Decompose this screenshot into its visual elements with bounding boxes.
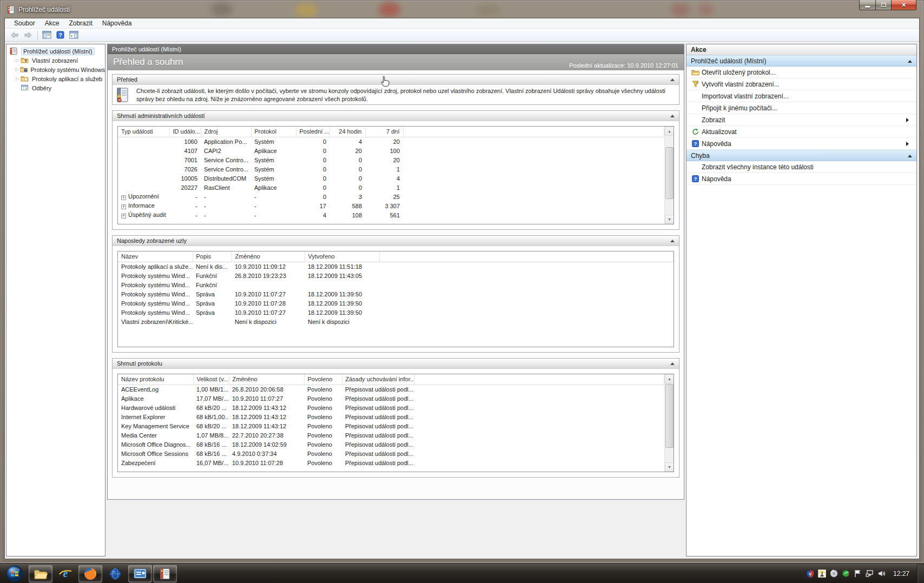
taskbar-remote-viewer-button[interactable]: [128, 565, 152, 582]
column-header[interactable]: Vytvořeno: [305, 251, 379, 262]
column-header[interactable]: Zdroj: [201, 127, 251, 137]
table-row[interactable]: ACEEventLog1,00 MB/1...26.8.2010 20:06:5…: [118, 385, 664, 394]
show-console-tree-button[interactable]: [40, 29, 53, 41]
menu-zobrazit[interactable]: Zobrazit: [64, 19, 97, 28]
updater-tray-icon[interactable]: [840, 568, 852, 580]
column-header[interactable]: Název: [118, 251, 193, 262]
close-button[interactable]: ✕: [892, 0, 916, 10]
table-row[interactable]: Microsoft Office Diagnos...68 kB/16 ...1…: [118, 440, 664, 449]
action-item[interactable]: Importovat vlastní zobrazení...: [687, 90, 916, 102]
expand-box-icon[interactable]: +: [121, 195, 126, 200]
taskbar-ie-button[interactable]: e: [54, 565, 77, 582]
action-group-header[interactable]: Chyba: [687, 150, 916, 161]
overview-section-header[interactable]: Přehled: [113, 75, 679, 85]
column-header[interactable]: 24 hodin: [329, 127, 365, 137]
expand-box-icon[interactable]: +: [121, 204, 126, 209]
taskbar-explorer-button[interactable]: [29, 565, 52, 582]
scroll-down-icon[interactable]: ▼: [665, 215, 674, 224]
log-table-scrollbar[interactable]: ▲ ▼: [664, 374, 674, 472]
action-item[interactable]: Zobrazit: [687, 114, 916, 126]
tree-item-vlastni-zobrazeni[interactable]: ▷ Vlastní zobrazení: [6, 56, 105, 65]
expand-box-icon[interactable]: +: [121, 214, 126, 218]
table-row[interactable]: Protokoly aplikací a služe...Není k dis.…: [118, 262, 674, 271]
disc-tray-icon[interactable]: [828, 568, 840, 580]
tree-item-protokoly-aplikaci[interactable]: ▷ Protokoly aplikací a služeb: [6, 74, 105, 83]
table-row[interactable]: 7001Service Contro...Systém0020: [118, 155, 664, 164]
scroll-down-icon[interactable]: ▼: [665, 462, 674, 472]
action-group-header[interactable]: Prohlížeč událostí (Místní): [687, 55, 916, 67]
help-button[interactable]: ?: [54, 29, 67, 41]
table-row[interactable]: 4107CAPI2Aplikace020100: [118, 146, 664, 155]
column-header[interactable]: Název protokolu: [118, 374, 193, 385]
table-row[interactable]: Protokoly systému Wind...Funkční26.8.201…: [118, 271, 674, 280]
taskbar-clock[interactable]: 12:27: [893, 570, 909, 578]
start-button[interactable]: [4, 565, 25, 583]
titlebar[interactable]: Prohlížeč událostí ✕: [0, 0, 924, 18]
action-item[interactable]: Vytvořit vlastní zobrazení...: [687, 78, 916, 90]
taskbar-firefox-button[interactable]: [78, 565, 102, 582]
table-row[interactable]: Internet Explorer68 kB/1,00...18.12.2009…: [118, 412, 664, 421]
tree-item-odbery[interactable]: Odběry: [6, 83, 105, 92]
column-header[interactable]: 7 dní: [365, 127, 403, 137]
recent-nodes-section-header[interactable]: Naposledy zobrazené uzly: [113, 236, 679, 246]
expander-icon[interactable]: ▷: [14, 58, 21, 63]
expander-icon[interactable]: ▷: [14, 67, 20, 72]
table-row[interactable]: Protokoly systému Wind...Správa10.9.2010…: [118, 289, 674, 299]
action-item[interactable]: ?Nápověda: [687, 138, 916, 150]
table-row[interactable]: +Úspěšný audit---4108561: [118, 210, 664, 220]
expander-icon[interactable]: ▷: [14, 76, 21, 81]
menu-soubor[interactable]: Soubor: [9, 19, 40, 28]
action-item[interactable]: Aktualizovat: [687, 126, 916, 138]
column-header[interactable]: Povoleno: [304, 374, 342, 385]
volume-tray-icon[interactable]: [876, 568, 888, 580]
table-row[interactable]: 7026Service Contro...Systém001: [118, 164, 664, 174]
table-row[interactable]: 10005DistributedCOMSystém004: [118, 174, 664, 183]
table-row[interactable]: Hardwarové události68 kB/20 ...18.12.200…: [118, 403, 664, 412]
action-item[interactable]: Připojit k jinému počítači...: [687, 102, 916, 114]
column-header[interactable]: Popis: [193, 251, 232, 262]
column-header[interactable]: Změněno: [232, 251, 305, 262]
show-desktop-button[interactable]: [917, 564, 924, 583]
table-row[interactable]: Microsoft Office Sessions68 kB/16 ...4.9…: [118, 449, 664, 458]
table-row[interactable]: Media Center1,07 MB/8...22.7.2010 20:27:…: [118, 430, 664, 440]
network-tray-icon[interactable]: [864, 568, 876, 580]
log-summary-section-header[interactable]: Shrnutí protokolu: [113, 359, 679, 369]
menu-napoveda[interactable]: Nápověda: [97, 19, 137, 28]
column-header[interactable]: Změněno: [229, 374, 304, 385]
table-row[interactable]: 20227RasClientAplikace001: [118, 183, 664, 192]
table-row[interactable]: Protokoly systému Wind...Správa10.9.2010…: [118, 308, 674, 317]
antivirus-shield-icon[interactable]: V: [804, 568, 816, 580]
column-header[interactable]: ID událo...: [169, 127, 201, 137]
column-header[interactable]: Protokol: [251, 127, 296, 137]
table-row[interactable]: Vlastní zobrazení\Kritické...Není k disp…: [118, 317, 674, 326]
action-item[interactable]: ?Nápověda: [687, 173, 916, 185]
table-row[interactable]: Protokoly systému Wind...Správa10.9.2010…: [118, 299, 674, 308]
taskbar-globe-button[interactable]: [103, 565, 127, 582]
table-row[interactable]: +Informace---175883 307: [118, 201, 664, 210]
minimize-button[interactable]: [859, 0, 875, 10]
column-header[interactable]: Zásady uchovávání infor...: [342, 374, 414, 385]
scroll-up-icon[interactable]: ▲: [665, 374, 674, 383]
table-row[interactable]: Protokoly systému Wind...Funkční: [118, 280, 674, 289]
action-item[interactable]: Zobrazit všechny instance této události: [687, 161, 916, 173]
column-header[interactable]: Poslední ...: [296, 127, 329, 137]
forward-button[interactable]: [22, 29, 35, 41]
table-row[interactable]: +Upozornění---0325: [118, 192, 664, 201]
admin-table-scrollbar[interactable]: ▲ ▼: [664, 127, 674, 224]
column-header[interactable]: Typ události: [118, 127, 169, 137]
maximize-button[interactable]: [875, 0, 892, 10]
taskbar-event-viewer-button[interactable]: [153, 565, 177, 582]
tree-root-event-viewer[interactable]: Prohlížeč událostí (Místní): [6, 47, 105, 56]
scroll-up-icon[interactable]: ▲: [665, 127, 674, 136]
table-row[interactable]: Key Management Service68 kB/20 ...18.12.…: [118, 421, 664, 430]
table-row[interactable]: 1060Application Po...Systém0420: [118, 137, 664, 146]
action-center-flag-icon[interactable]: [852, 568, 864, 580]
column-header[interactable]: Velikost (v...: [193, 374, 229, 385]
scroll-thumb[interactable]: [665, 384, 674, 448]
show-action-pane-button[interactable]: [67, 29, 80, 41]
table-row[interactable]: Aplikace17,07 MB/...10.9.2010 11:07:27Po…: [118, 394, 664, 403]
admin-summary-section-header[interactable]: Shrnutí administrativních událostí: [113, 111, 679, 121]
scroll-thumb[interactable]: [665, 147, 674, 199]
back-button[interactable]: [8, 29, 21, 41]
action-item[interactable]: Otevřít uložený protokol...: [687, 67, 916, 78]
